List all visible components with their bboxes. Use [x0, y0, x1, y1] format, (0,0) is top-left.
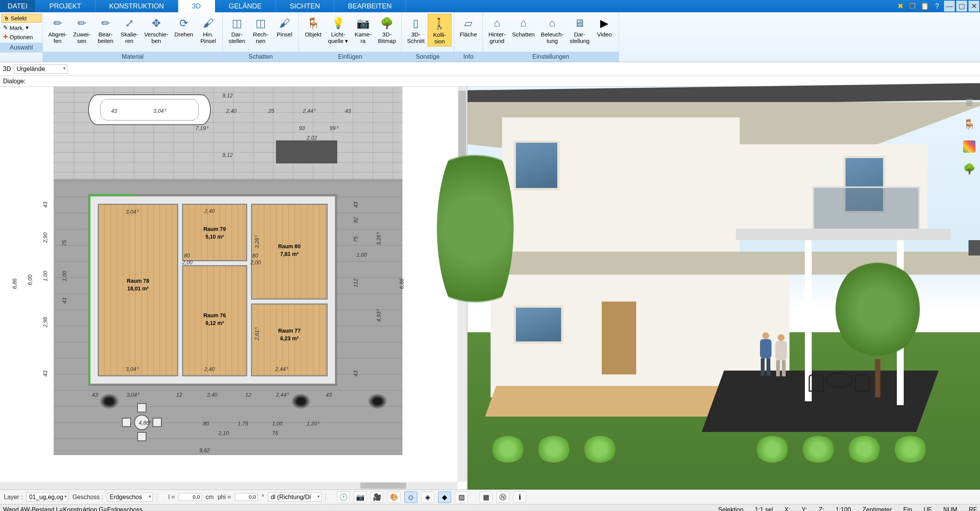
unit-label: cm [205, 494, 213, 501]
dim: 2,44⁵ [276, 392, 289, 398]
mark-button[interactable]: ✎ Mark. ▾ [2, 23, 41, 32]
dim: 43 [353, 202, 359, 208]
menu-3d[interactable]: 3D [178, 0, 215, 12]
3dschnitt-button[interactable]: ▯3D-Schnitt [404, 14, 428, 46]
mode2-icon[interactable]: ◈ [421, 491, 434, 503]
layer-label: Layer : [4, 494, 23, 501]
dim: 6,00 [27, 275, 33, 285]
layer-dropdown[interactable]: 01_ug,eg,og [26, 493, 69, 502]
optionen-button[interactable]: ✚ Optionen [2, 33, 41, 41]
2d-plan-view[interactable]: 9,12 3,04⁵ 43 2,40 25 2,44⁵ 43 7,19⁵ 93 … [0, 87, 468, 490]
camera-icon[interactable]: 📷 [354, 491, 367, 503]
darstellung-button[interactable]: 🖥Dar-stellung [566, 14, 593, 46]
hintergrund-button[interactable]: ⌂Hinter-grund [485, 14, 509, 46]
tool-paste-icon[interactable]: 📋 [919, 1, 930, 12]
north-icon[interactable]: Ⓝ [496, 491, 509, 503]
person-1 [759, 332, 773, 376]
phi-field[interactable] [235, 493, 258, 501]
drehen-button[interactable]: ⟳Drehen [171, 14, 196, 40]
scrollbar-horizontal[interactable] [0, 482, 458, 490]
ribbon: 🖱 Selekt ✎ Mark. ▾ ✚ Optionen Auswahl ✏A… [0, 12, 980, 62]
mode4-icon[interactable]: ▨ [455, 491, 468, 503]
dim: 112 [353, 279, 359, 287]
pinsel-button[interactable]: 🖌Pinsel [272, 14, 296, 40]
tool-wrench-icon[interactable]: ✖ [895, 1, 906, 12]
status-uf: UF [924, 506, 932, 511]
room-77: Raum 77 6,23 m² 2,44⁵ 2,61⁵ [251, 303, 328, 376]
abgreifen-button[interactable]: ✏Abgrei-fen [45, 14, 70, 46]
minimize-icon[interactable]: — [944, 1, 955, 12]
3dbitmap-button[interactable]: 🌳3D-Bitmap [375, 14, 399, 46]
bush-icon [291, 394, 310, 409]
status-left: Wand AW-Bestand L=Konstruktion G=Erdgesc… [3, 506, 143, 511]
info-icon[interactable]: ℹ [513, 491, 526, 503]
bush-icon [368, 394, 387, 409]
flaeche-button[interactable]: ▱Fläche [456, 14, 480, 40]
beleuchtung-button[interactable]: ⌂Beleuch-tung [538, 14, 566, 46]
materials-icon[interactable]: . [963, 140, 975, 153]
menu-bar: DATEI PROJEKT KONSTRUKTION 3D GELÄNDE SI… [0, 0, 980, 12]
l-field[interactable] [179, 493, 202, 501]
furniture-icon[interactable]: 🪑 [962, 117, 977, 132]
lichtquelle-button[interactable]: 💡Licht-quelle ▾ [325, 14, 351, 46]
dim: 80 [252, 252, 258, 259]
skalieren-button[interactable]: ⤢Skalie-ren [117, 14, 141, 46]
schatten2-button[interactable]: ⌂Schatten [509, 14, 538, 40]
kollision-button[interactable]: 🚶Kolli-sion [428, 14, 451, 46]
tree-icon[interactable]: 🌳 [962, 161, 977, 176]
control-bar: Layer : 01_ug,eg,og Geschoss : Erdgescho… [0, 490, 980, 504]
menu-gelaende[interactable]: GELÄNDE [215, 0, 276, 12]
view-mode-label: 3D [3, 66, 11, 73]
dim: 6,86 [399, 279, 405, 289]
group-sonstige-label: Sonstige [402, 52, 454, 62]
geschoss-dropdown[interactable]: Erdgeschos [107, 493, 153, 502]
menu-konstruktion[interactable]: KONSTRUKTION [95, 0, 178, 12]
grid-icon[interactable]: ▦ [479, 491, 492, 503]
panel-toggle[interactable] [969, 240, 980, 256]
darstellen-button[interactable]: ◫Dar-stellen [225, 14, 249, 46]
geschoss-label: Geschoss : [72, 494, 103, 501]
video-button[interactable]: ▶Video [593, 14, 616, 40]
kamera-button[interactable]: 📷Kame-ra [351, 14, 375, 46]
rechnen-button[interactable]: ◫Rech-nen [249, 14, 272, 46]
maximize-icon[interactable]: ▢ [956, 1, 967, 12]
3d-render-view[interactable]: ≣ 🪑 . 🌳 [468, 87, 980, 490]
dim: 1,00 [272, 420, 282, 427]
bearbeiten-button[interactable]: ✏Bear-beiten [94, 14, 117, 46]
dim: 6,86 [11, 279, 18, 289]
mode1-icon[interactable]: ◇ [404, 491, 417, 503]
menu-datei[interactable]: DATEI [0, 0, 36, 12]
direction-dropdown[interactable]: dl (Richtung/Di [268, 493, 322, 502]
clock-icon[interactable]: 🕐 [337, 491, 350, 503]
help-icon[interactable]: ? [932, 1, 942, 12]
group-schatten-label: Schatten [223, 52, 299, 62]
dim: 1,00 [61, 271, 67, 281]
terrain-dropdown[interactable]: Urgelände [14, 64, 67, 74]
palette-icon[interactable]: 🎨 [387, 491, 401, 503]
status-unit: Zentimeter [862, 506, 891, 511]
close-icon[interactable]: ✕ [969, 1, 979, 12]
dim: 43 [353, 371, 359, 377]
zuweisen-button[interactable]: ✏Zuwei-sen [70, 14, 94, 46]
right-toolbar: ≣ 🪑 . 🌳 [962, 94, 978, 176]
mode3-icon[interactable]: ◆ [438, 491, 451, 503]
tool-copy-icon[interactable]: ❐ [907, 1, 918, 12]
group-material-label: Material [43, 52, 222, 62]
selekt-button[interactable]: 🖱 Selekt [2, 14, 41, 23]
hinpinsel-button[interactable]: 🖌Hin.Pinsel [196, 14, 220, 46]
menu-projekt[interactable]: PROJEKT [36, 0, 95, 12]
group-info-label: Info [454, 52, 483, 62]
dim: 80 [184, 252, 190, 259]
dim: 9,62 [199, 447, 210, 453]
layers-icon[interactable]: ≣ [962, 94, 977, 110]
dim: 43 [326, 392, 332, 398]
verschieben-button[interactable]: ✥Verschie-ben [141, 14, 171, 46]
dim: 75 [353, 236, 359, 242]
video-icon[interactable]: 🎥 [371, 491, 384, 503]
dim: 43 [111, 108, 117, 114]
objekt-button[interactable]: 🪑Objekt [301, 14, 325, 40]
dim: 1,00 [42, 271, 48, 281]
menu-sichten[interactable]: SICHTEN [276, 0, 334, 12]
menu-bearbeiten[interactable]: BEARBEITEN [334, 0, 406, 12]
dim: 75 [61, 240, 67, 246]
